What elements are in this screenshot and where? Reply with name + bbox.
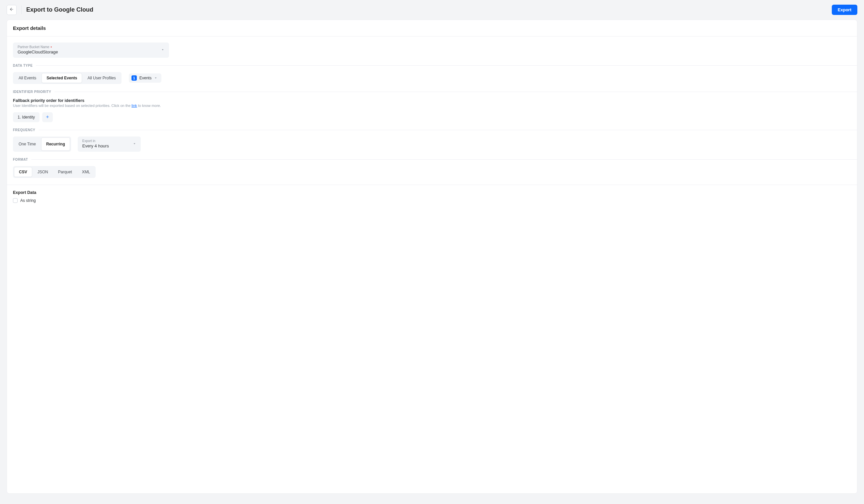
partner-bucket-label-text: Partner Bucket Name bbox=[17, 45, 49, 49]
export-button[interactable]: Export bbox=[832, 5, 857, 15]
events-chip-label: Events bbox=[140, 76, 152, 80]
seg-one-time[interactable]: One Time bbox=[14, 137, 40, 151]
format-segmented: CSV JSON Parquet XML bbox=[13, 166, 96, 178]
partner-bucket-select[interactable]: Partner Bucket Name • GoogleCloudStorage bbox=[13, 43, 169, 58]
export-data-heading: Export Data bbox=[13, 190, 851, 195]
plain-divider bbox=[7, 184, 857, 185]
plus-icon bbox=[46, 115, 49, 120]
seg-all-user-profiles[interactable]: All User Profiles bbox=[83, 73, 120, 83]
seg-all-events[interactable]: All Events bbox=[14, 73, 41, 83]
export-in-label: Export in bbox=[82, 139, 109, 143]
frequency-divider: FREQUENCY bbox=[7, 128, 857, 132]
frequency-divider-label: FREQUENCY bbox=[7, 128, 38, 132]
add-identifier-button[interactable] bbox=[42, 112, 53, 122]
chevron-down-icon bbox=[133, 142, 136, 146]
identifier-heading: Fallback priority order for identifiers bbox=[13, 98, 851, 103]
identifier-sub-post: to know more. bbox=[138, 104, 161, 108]
chevron-down-icon bbox=[154, 76, 157, 81]
identifier-priority-divider-label: IDENTIFIER PRIORITY bbox=[7, 90, 55, 94]
seg-recurring[interactable]: Recurring bbox=[41, 137, 70, 151]
format-divider-label: FORMAT bbox=[7, 158, 31, 161]
data-type-divider: DATA TYPE bbox=[7, 64, 857, 68]
card-title: Export details bbox=[7, 20, 857, 37]
identity-pill-1[interactable]: 1. Identity bbox=[13, 112, 39, 122]
as-string-checkbox[interactable] bbox=[13, 198, 17, 203]
vertical-divider bbox=[21, 5, 22, 14]
seg-selected-events[interactable]: Selected Events bbox=[41, 73, 82, 83]
format-divider: FORMAT bbox=[7, 158, 857, 161]
export-in-value: Every 4 hours bbox=[82, 143, 109, 148]
partner-bucket-label: Partner Bucket Name • bbox=[17, 45, 58, 49]
data-type-divider-label: DATA TYPE bbox=[7, 64, 36, 68]
chevron-down-icon bbox=[161, 47, 164, 52]
export-in-select[interactable]: Export in Every 4 hours bbox=[78, 136, 141, 152]
data-type-segmented: All Events Selected Events All User Prof… bbox=[13, 72, 121, 84]
page-title: Export to Google Cloud bbox=[26, 6, 93, 13]
arrow-left-icon bbox=[9, 7, 14, 13]
identifier-priority-divider: IDENTIFIER PRIORITY bbox=[7, 90, 857, 94]
identifier-sub-pre: User Identifiers will be exported based … bbox=[13, 104, 132, 108]
identifier-subtext: User Identifiers will be exported based … bbox=[13, 104, 851, 108]
events-count-badge: 1 bbox=[132, 75, 137, 81]
as-string-label: As string bbox=[20, 198, 36, 203]
seg-json[interactable]: JSON bbox=[33, 167, 53, 177]
back-button[interactable] bbox=[7, 5, 16, 15]
seg-xml[interactable]: XML bbox=[77, 167, 95, 177]
required-indicator: • bbox=[51, 46, 52, 49]
identifier-link[interactable]: link bbox=[132, 104, 137, 108]
seg-parquet[interactable]: Parquet bbox=[53, 167, 77, 177]
frequency-segmented: One Time Recurring bbox=[13, 136, 71, 152]
export-details-card: Export details Partner Bucket Name • Goo… bbox=[7, 20, 857, 494]
seg-csv[interactable]: CSV bbox=[14, 167, 32, 177]
events-chip[interactable]: 1 Events bbox=[129, 73, 162, 83]
partner-bucket-value: GoogleCloudStorage bbox=[17, 49, 58, 55]
